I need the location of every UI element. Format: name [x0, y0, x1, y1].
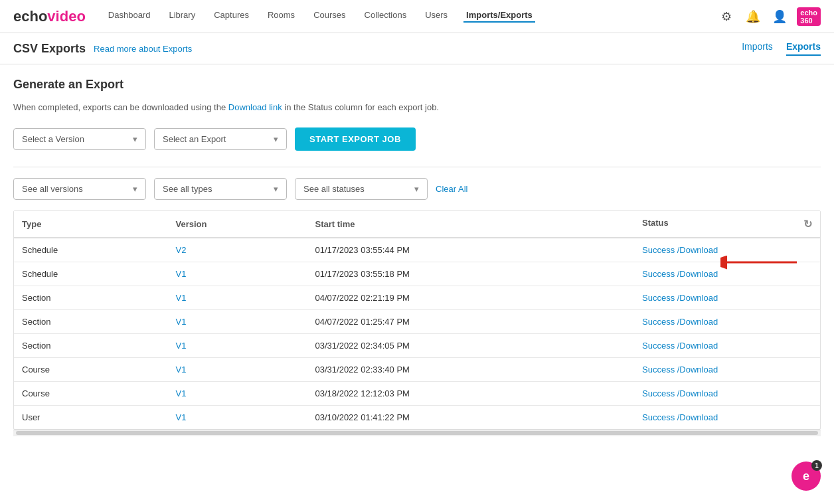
cell-version: V1 [175, 269, 186, 279]
export-select-label: Select an Export [163, 134, 226, 144]
nav-link-captures[interactable]: Captures [211, 10, 252, 23]
type-filter[interactable]: See all types ▾ [154, 178, 287, 200]
horizontal-scrollbar[interactable] [13, 430, 821, 436]
user-icon[interactable]: 👤 [770, 7, 789, 26]
status-filter-label: See all statuses [303, 184, 365, 194]
col-starttime: Start time [307, 211, 634, 238]
clear-all-link[interactable]: Clear All [436, 184, 467, 194]
table-row: ScheduleV101/17/2023 03:55:18 PMSuccess … [14, 262, 820, 286]
form-row: Select a Version ▾ Select an Export ▾ ST… [13, 127, 821, 151]
nav-right: ⚙ 🔔 👤 echo360 [717, 7, 821, 26]
filter-row: See all versions ▾ See all types ▾ See a… [13, 178, 821, 200]
cell-version: V1 [175, 293, 186, 303]
col-version: Version [167, 211, 307, 238]
nav-link-library[interactable]: Library [166, 10, 198, 23]
export-select[interactable]: Select an Export ▾ [154, 128, 287, 150]
export-select-arrow: ▾ [274, 134, 278, 144]
cell-status: Success / [642, 412, 679, 422]
cell-version: V1 [175, 388, 186, 398]
nav-link-courses[interactable]: Courses [311, 10, 348, 23]
cell-type: Course [14, 357, 167, 381]
table-row: ScheduleV201/17/2023 03:55:44 PMSuccess … [14, 238, 820, 262]
download-highlight: Download link [228, 102, 282, 112]
table-row: UserV103/10/2022 01:41:22 PMSuccess /Dow… [14, 405, 820, 429]
exports-table-wrapper: Type Version Start time Status ↻ Schedul… [13, 210, 821, 430]
generate-section-title: Generate an Export [13, 78, 821, 92]
cell-type: Course [14, 381, 167, 405]
tab-exports[interactable]: Exports [786, 41, 821, 56]
nav-link-imports-exports[interactable]: Imports/Exports [463, 10, 535, 23]
download-link[interactable]: Download [679, 293, 718, 303]
top-navigation: echovideo DashboardLibraryCapturesRoomsC… [0, 0, 834, 33]
cell-status: Success / [642, 269, 679, 279]
table-row: SectionV104/07/2022 02:21:19 PMSuccess /… [14, 286, 820, 309]
table-row: SectionV104/07/2022 01:25:47 PMSuccess /… [14, 309, 820, 333]
status-filter-arrow: ▾ [414, 184, 419, 194]
download-link[interactable]: Download [679, 388, 718, 398]
settings-icon[interactable]: ⚙ [717, 7, 736, 26]
start-export-button[interactable]: START EXPORT JOB [295, 127, 416, 151]
status-filter[interactable]: See all statuses ▾ [295, 178, 428, 200]
cell-version: V1 [175, 365, 186, 375]
info-text: When completed, exports can be downloade… [13, 101, 821, 114]
version-filter-arrow: ▾ [133, 184, 137, 194]
echo360-badge: echo360 [797, 7, 821, 26]
page-title: CSV Exports [13, 42, 86, 56]
cell-type: Schedule [14, 262, 167, 286]
cell-status: Success / [642, 317, 679, 327]
cell-start-time: 01/17/2023 03:55:44 PM [307, 238, 634, 262]
cell-version: V1 [175, 317, 186, 327]
table-row: CourseV103/31/2022 02:33:40 PMSuccess /D… [14, 357, 820, 381]
version-filter[interactable]: See all versions ▾ [13, 178, 146, 200]
version-filter-label: See all versions [22, 184, 83, 194]
cell-start-time: 03/10/2022 01:41:22 PM [307, 405, 634, 429]
table-header-row: Type Version Start time Status ↻ [14, 211, 820, 238]
main-content: Generate an Export When completed, expor… [0, 64, 834, 450]
page-header: CSV Exports Read more about Exports Impo… [0, 33, 834, 64]
cell-status: Success / [642, 365, 679, 375]
cell-type: User [14, 405, 167, 429]
refresh-icon[interactable]: ↻ [803, 218, 812, 230]
bell-icon[interactable]: 🔔 [744, 7, 762, 26]
logo[interactable]: echovideo [13, 8, 86, 25]
cell-version: V2 [175, 245, 186, 255]
cell-version: V1 [175, 412, 186, 422]
table-row: CourseV103/18/2022 12:12:03 PMSuccess /D… [14, 381, 820, 405]
nav-link-dashboard[interactable]: Dashboard [106, 10, 153, 23]
cell-start-time: 03/31/2022 02:34:05 PM [307, 333, 634, 357]
download-link[interactable]: Download [679, 412, 718, 422]
cell-status: Success / [642, 245, 679, 255]
cell-type: Section [14, 286, 167, 309]
exports-table: Type Version Start time Status ↻ Schedul… [14, 211, 820, 429]
divider [13, 167, 821, 167]
type-filter-arrow: ▾ [274, 184, 278, 194]
table-row: SectionV103/31/2022 02:34:05 PMSuccess /… [14, 333, 820, 357]
download-link[interactable]: Download [679, 365, 718, 375]
version-select-label: Select a Version [22, 134, 84, 144]
nav-link-collections[interactable]: Collections [362, 10, 410, 23]
col-type: Type [14, 211, 167, 238]
download-link[interactable]: Download [679, 341, 718, 351]
download-link[interactable]: Download [679, 317, 718, 327]
download-link[interactable]: Download [679, 245, 718, 255]
nav-link-users[interactable]: Users [422, 10, 450, 23]
tab-imports[interactable]: Imports [742, 41, 773, 56]
read-more-link[interactable]: Read more about Exports [94, 44, 192, 54]
download-link[interactable]: Download [679, 269, 718, 279]
logo-echo: echo [13, 8, 47, 25]
version-select[interactable]: Select a Version ▾ [13, 128, 146, 150]
version-select-arrow: ▾ [133, 134, 137, 144]
cell-start-time: 01/17/2023 03:55:18 PM [307, 262, 634, 286]
type-filter-label: See all types [163, 184, 212, 194]
cell-type: Section [14, 333, 167, 357]
cell-version: V1 [175, 341, 186, 351]
cell-status: Success / [642, 341, 679, 351]
cell-type: Section [14, 309, 167, 333]
cell-type: Schedule [14, 238, 167, 262]
scrollbar-thumb [16, 431, 818, 435]
page-tabs: ImportsExports [742, 41, 821, 56]
cell-start-time: 03/31/2022 02:33:40 PM [307, 357, 634, 381]
logo-video: video [47, 8, 85, 25]
nav-link-rooms[interactable]: Rooms [265, 10, 297, 23]
nav-links: DashboardLibraryCapturesRoomsCoursesColl… [106, 10, 717, 23]
